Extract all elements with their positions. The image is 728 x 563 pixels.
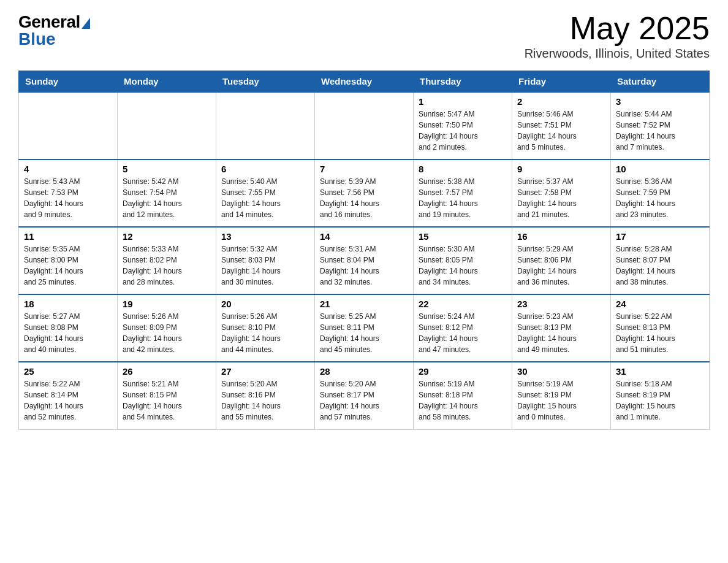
location-text: Riverwoods, Illinois, United States	[525, 47, 710, 61]
calendar-cell: 12Sunrise: 5:33 AM Sunset: 8:02 PM Dayli…	[118, 227, 216, 294]
calendar-cell: 23Sunrise: 5:23 AM Sunset: 8:13 PM Dayli…	[512, 294, 611, 362]
calendar-cell	[315, 92, 414, 159]
day-number: 3	[616, 96, 704, 107]
calendar-cell: 31Sunrise: 5:18 AM Sunset: 8:19 PM Dayli…	[611, 362, 710, 429]
day-info: Sunrise: 5:26 AM Sunset: 8:09 PM Dayligh…	[123, 311, 211, 355]
calendar-cell: 25Sunrise: 5:22 AM Sunset: 8:14 PM Dayli…	[19, 362, 118, 429]
calendar-cell: 19Sunrise: 5:26 AM Sunset: 8:09 PM Dayli…	[118, 294, 216, 362]
column-header-friday: Friday	[512, 71, 611, 93]
calendar-cell: 9Sunrise: 5:37 AM Sunset: 7:58 PM Daylig…	[512, 159, 611, 227]
day-info: Sunrise: 5:29 AM Sunset: 8:06 PM Dayligh…	[517, 243, 605, 288]
day-number: 5	[123, 164, 211, 174]
day-info: Sunrise: 5:19 AM Sunset: 8:18 PM Dayligh…	[419, 378, 507, 423]
day-info: Sunrise: 5:30 AM Sunset: 8:05 PM Dayligh…	[419, 243, 507, 288]
calendar-cell: 17Sunrise: 5:28 AM Sunset: 8:07 PM Dayli…	[611, 227, 710, 294]
day-info: Sunrise: 5:27 AM Sunset: 8:08 PM Dayligh…	[24, 311, 112, 355]
day-number: 21	[320, 299, 408, 309]
day-number: 6	[221, 164, 309, 174]
day-number: 24	[616, 299, 704, 309]
day-info: Sunrise: 5:28 AM Sunset: 8:07 PM Dayligh…	[616, 243, 704, 288]
column-header-thursday: Thursday	[414, 71, 512, 93]
logo: General Blue	[18, 12, 90, 49]
day-info: Sunrise: 5:39 AM Sunset: 7:56 PM Dayligh…	[320, 176, 408, 220]
week-row-5: 25Sunrise: 5:22 AM Sunset: 8:14 PM Dayli…	[19, 362, 710, 429]
day-info: Sunrise: 5:37 AM Sunset: 7:58 PM Dayligh…	[517, 176, 605, 220]
day-info: Sunrise: 5:20 AM Sunset: 8:16 PM Dayligh…	[221, 378, 309, 423]
day-info: Sunrise: 5:38 AM Sunset: 7:57 PM Dayligh…	[419, 176, 507, 220]
calendar-cell: 6Sunrise: 5:40 AM Sunset: 7:55 PM Daylig…	[216, 159, 315, 227]
column-header-wednesday: Wednesday	[315, 71, 414, 93]
day-info: Sunrise: 5:36 AM Sunset: 7:59 PM Dayligh…	[616, 176, 704, 220]
title-block: May 2025 Riverwoods, Illinois, United St…	[525, 12, 710, 61]
day-info: Sunrise: 5:31 AM Sunset: 8:04 PM Dayligh…	[320, 243, 408, 288]
day-number: 23	[517, 299, 605, 309]
calendar-cell: 5Sunrise: 5:42 AM Sunset: 7:54 PM Daylig…	[118, 159, 216, 227]
day-info: Sunrise: 5:20 AM Sunset: 8:17 PM Dayligh…	[320, 378, 408, 423]
day-number: 25	[24, 366, 112, 377]
calendar-cell: 11Sunrise: 5:35 AM Sunset: 8:00 PM Dayli…	[19, 227, 118, 294]
day-number: 1	[419, 96, 507, 107]
day-info: Sunrise: 5:42 AM Sunset: 7:54 PM Dayligh…	[123, 176, 211, 220]
day-number: 20	[221, 299, 309, 309]
calendar-cell: 13Sunrise: 5:32 AM Sunset: 8:03 PM Dayli…	[216, 227, 315, 294]
day-info: Sunrise: 5:46 AM Sunset: 7:51 PM Dayligh…	[517, 109, 605, 153]
day-number: 2	[517, 96, 605, 107]
calendar-cell: 24Sunrise: 5:22 AM Sunset: 8:13 PM Dayli…	[611, 294, 710, 362]
day-number: 13	[221, 231, 309, 242]
calendar-cell: 27Sunrise: 5:20 AM Sunset: 8:16 PM Dayli…	[216, 362, 315, 429]
calendar-table: SundayMondayTuesdayWednesdayThursdayFrid…	[18, 71, 710, 430]
day-info: Sunrise: 5:21 AM Sunset: 8:15 PM Dayligh…	[123, 378, 211, 423]
day-number: 22	[419, 299, 507, 309]
day-number: 10	[616, 164, 704, 174]
day-info: Sunrise: 5:43 AM Sunset: 7:53 PM Dayligh…	[24, 176, 112, 220]
calendar-cell: 15Sunrise: 5:30 AM Sunset: 8:05 PM Dayli…	[414, 227, 512, 294]
calendar-cell: 4Sunrise: 5:43 AM Sunset: 7:53 PM Daylig…	[19, 159, 118, 227]
week-row-1: 1Sunrise: 5:47 AM Sunset: 7:50 PM Daylig…	[19, 92, 710, 159]
calendar-cell: 26Sunrise: 5:21 AM Sunset: 8:15 PM Dayli…	[118, 362, 216, 429]
column-header-sunday: Sunday	[19, 71, 118, 93]
calendar-cell	[216, 92, 315, 159]
day-info: Sunrise: 5:24 AM Sunset: 8:12 PM Dayligh…	[419, 311, 507, 355]
calendar-cell: 1Sunrise: 5:47 AM Sunset: 7:50 PM Daylig…	[414, 92, 512, 159]
day-info: Sunrise: 5:44 AM Sunset: 7:52 PM Dayligh…	[616, 109, 704, 153]
day-number: 15	[419, 231, 507, 242]
day-number: 14	[320, 231, 408, 242]
day-number: 31	[616, 366, 704, 377]
week-row-4: 18Sunrise: 5:27 AM Sunset: 8:08 PM Dayli…	[19, 294, 710, 362]
day-info: Sunrise: 5:40 AM Sunset: 7:55 PM Dayligh…	[221, 176, 309, 220]
logo-triangle-icon	[82, 18, 90, 29]
calendar-cell: 22Sunrise: 5:24 AM Sunset: 8:12 PM Dayli…	[414, 294, 512, 362]
day-number: 11	[24, 231, 112, 242]
day-number: 7	[320, 164, 408, 174]
day-info: Sunrise: 5:22 AM Sunset: 8:14 PM Dayligh…	[24, 378, 112, 423]
day-number: 16	[517, 231, 605, 242]
day-number: 19	[123, 299, 211, 309]
day-info: Sunrise: 5:35 AM Sunset: 8:00 PM Dayligh…	[24, 243, 112, 288]
week-row-2: 4Sunrise: 5:43 AM Sunset: 7:53 PM Daylig…	[19, 159, 710, 227]
day-number: 8	[419, 164, 507, 174]
day-number: 17	[616, 231, 704, 242]
day-number: 28	[320, 366, 408, 377]
day-info: Sunrise: 5:26 AM Sunset: 8:10 PM Dayligh…	[221, 311, 309, 355]
calendar-cell: 30Sunrise: 5:19 AM Sunset: 8:19 PM Dayli…	[512, 362, 611, 429]
day-number: 29	[419, 366, 507, 377]
calendar-cell: 10Sunrise: 5:36 AM Sunset: 7:59 PM Dayli…	[611, 159, 710, 227]
column-header-tuesday: Tuesday	[216, 71, 315, 93]
calendar-cell: 14Sunrise: 5:31 AM Sunset: 8:04 PM Dayli…	[315, 227, 414, 294]
day-info: Sunrise: 5:32 AM Sunset: 8:03 PM Dayligh…	[221, 243, 309, 288]
calendar-cell	[19, 92, 118, 159]
calendar-cell: 29Sunrise: 5:19 AM Sunset: 8:18 PM Dayli…	[414, 362, 512, 429]
column-header-monday: Monday	[118, 71, 216, 93]
week-row-3: 11Sunrise: 5:35 AM Sunset: 8:00 PM Dayli…	[19, 227, 710, 294]
page-header: General Blue May 2025 Riverwoods, Illino…	[18, 12, 710, 61]
day-info: Sunrise: 5:33 AM Sunset: 8:02 PM Dayligh…	[123, 243, 211, 288]
day-info: Sunrise: 5:19 AM Sunset: 8:19 PM Dayligh…	[517, 378, 605, 423]
day-number: 30	[517, 366, 605, 377]
day-info: Sunrise: 5:47 AM Sunset: 7:50 PM Dayligh…	[419, 109, 507, 153]
calendar-cell: 3Sunrise: 5:44 AM Sunset: 7:52 PM Daylig…	[611, 92, 710, 159]
calendar-cell	[118, 92, 216, 159]
day-info: Sunrise: 5:23 AM Sunset: 8:13 PM Dayligh…	[517, 311, 605, 355]
column-header-saturday: Saturday	[611, 71, 710, 93]
calendar-cell: 7Sunrise: 5:39 AM Sunset: 7:56 PM Daylig…	[315, 159, 414, 227]
calendar-cell: 16Sunrise: 5:29 AM Sunset: 8:06 PM Dayli…	[512, 227, 611, 294]
